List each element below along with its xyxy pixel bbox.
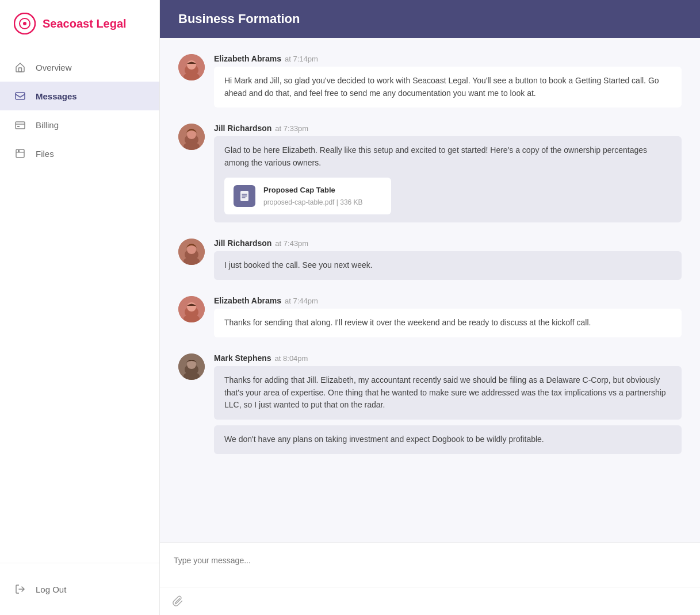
message-author: Elizabeth Abrams — [214, 54, 281, 63]
svg-point-24 — [187, 302, 196, 312]
message-content: Elizabeth Abrams at 7:44pm Thanks for se… — [214, 296, 682, 337]
avatar — [178, 54, 205, 80]
svg-rect-8 — [18, 150, 20, 152]
svg-rect-4 — [16, 93, 25, 99]
files-icon — [14, 147, 26, 160]
sidebar-item-billing[interactable]: Billing — [0, 110, 159, 139]
avatar — [178, 296, 205, 322]
message-bubble: Thanks for sending that along. I'll revi… — [214, 309, 682, 337]
message-meta: Elizabeth Abrams at 7:44pm — [214, 296, 682, 305]
logo-area: Seacoast Legal — [0, 0, 159, 47]
message-input[interactable] — [160, 543, 700, 587]
sidebar: Seacoast Legal Overview Messages — [0, 0, 160, 615]
message-content: Elizabeth Abrams at 7:14pm Hi Mark and J… — [214, 54, 682, 107]
sidebar-bottom: Log Out — [0, 563, 159, 615]
message-bubble: Glad to be here Elizabeth. Really like t… — [214, 136, 682, 222]
messages-list: Elizabeth Abrams at 7:14pm Hi Mark and J… — [160, 38, 700, 543]
svg-rect-6 — [17, 126, 20, 127]
logout-button[interactable]: Log Out — [0, 575, 159, 604]
message-time: at 7:33pm — [275, 124, 308, 133]
avatar-image-ms — [178, 353, 205, 380]
input-toolbar — [160, 587, 700, 615]
sidebar-nav: Overview Messages Billing — [0, 47, 159, 563]
avatar-image-jr — [178, 124, 205, 150]
message-time: at 7:14pm — [285, 55, 318, 63]
home-icon — [14, 61, 26, 74]
message-bubble: I just booked the call. See you next wee… — [214, 251, 682, 280]
file-icon — [234, 185, 255, 207]
file-meta: proposed-cap-table.pdf | 336 KB — [263, 197, 382, 208]
svg-rect-7 — [16, 149, 24, 157]
file-attachment[interactable]: Proposed Cap Table proposed-cap-table.pd… — [224, 178, 391, 215]
avatar — [178, 239, 205, 265]
message-author: Elizabeth Abrams — [214, 296, 281, 305]
avatar — [178, 124, 205, 150]
page-header: Business Formation — [160, 0, 700, 38]
message-content: Jill Richardson at 7:33pm Glad to be her… — [214, 124, 682, 222]
avatar-image-jr2 — [178, 239, 205, 265]
sidebar-item-files[interactable]: Files — [0, 139, 159, 168]
message-time: at 8:04pm — [275, 354, 308, 363]
avatar — [178, 353, 205, 380]
file-info: Proposed Cap Table proposed-cap-table.pd… — [263, 184, 382, 208]
message-time: at 7:43pm — [275, 239, 308, 248]
message-author: Mark Stephens — [214, 353, 271, 363]
message-author: Jill Richardson — [214, 239, 271, 248]
sidebar-item-billing-label: Billing — [36, 120, 59, 130]
sidebar-item-messages-label: Messages — [36, 91, 77, 101]
message-row: Elizabeth Abrams at 7:14pm Hi Mark and J… — [178, 54, 682, 107]
document-icon — [239, 190, 250, 202]
brand-name: Seacoast Legal — [43, 17, 127, 30]
avatar-image-ea2 — [178, 296, 205, 322]
sidebar-item-files-label: Files — [36, 149, 54, 159]
logout-icon — [14, 583, 26, 595]
message-time: at 7:44pm — [285, 297, 318, 305]
message-meta: Mark Stephens at 8:04pm — [214, 353, 682, 363]
avatar-image-ea — [178, 54, 205, 80]
svg-rect-5 — [16, 122, 25, 129]
paperclip-icon — [173, 595, 184, 607]
message-row: Jill Richardson at 7:33pm Glad to be her… — [178, 124, 682, 222]
message-bubble-2: We don't have any plans on taking invest… — [214, 425, 682, 454]
svg-rect-3 — [19, 68, 22, 72]
message-meta: Elizabeth Abrams at 7:14pm — [214, 54, 682, 63]
file-name: Proposed Cap Table — [263, 184, 382, 196]
billing-icon — [14, 118, 26, 131]
main-content: Business Formation Elizabeth Abrams at 7… — [160, 0, 700, 615]
message-bubble: Hi Mark and Jill, so glad you've decided… — [214, 67, 682, 107]
message-content: Jill Richardson at 7:43pm I just booked … — [214, 239, 682, 280]
page-title: Business Formation — [178, 11, 682, 26]
message-bubble: Thanks for adding that Jill. Elizabeth, … — [214, 366, 682, 420]
message-input-area — [160, 543, 700, 615]
svg-point-11 — [187, 60, 196, 70]
message-row: Mark Stephens at 8:04pm Thanks for addin… — [178, 353, 682, 454]
sidebar-item-messages[interactable]: Messages — [0, 82, 159, 110]
logout-label: Log Out — [36, 585, 66, 594]
sidebar-item-overview[interactable]: Overview — [0, 53, 159, 82]
message-row: Jill Richardson at 7:43pm I just booked … — [178, 239, 682, 280]
message-content: Mark Stephens at 8:04pm Thanks for addin… — [214, 353, 682, 454]
logo-icon — [14, 13, 36, 34]
svg-point-2 — [23, 22, 26, 25]
message-row: Elizabeth Abrams at 7:44pm Thanks for se… — [178, 296, 682, 337]
sidebar-item-overview-label: Overview — [36, 63, 72, 72]
message-meta: Jill Richardson at 7:33pm — [214, 124, 682, 133]
attach-button[interactable] — [170, 593, 186, 609]
message-author: Jill Richardson — [214, 124, 271, 133]
messages-icon — [14, 90, 26, 102]
message-meta: Jill Richardson at 7:43pm — [214, 239, 682, 248]
